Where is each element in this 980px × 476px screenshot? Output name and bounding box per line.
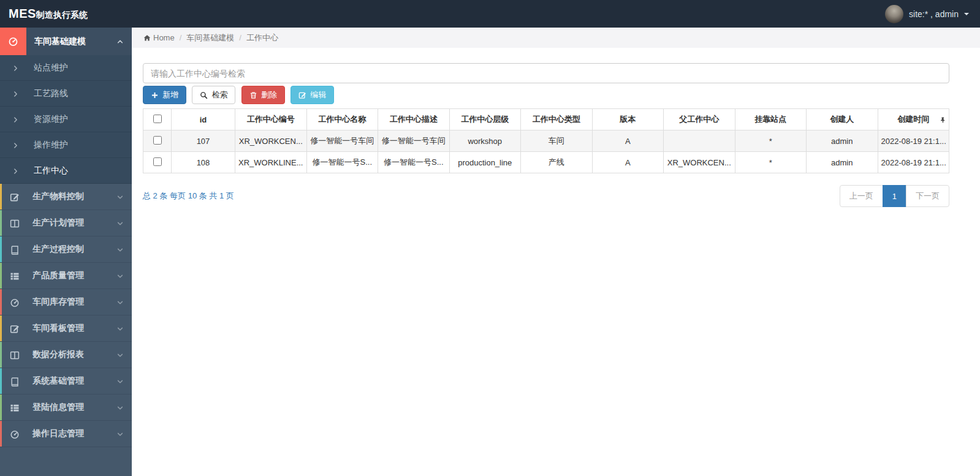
accent-strip bbox=[0, 236, 2, 262]
next-page-button[interactable]: 下一页 bbox=[906, 185, 949, 207]
sidebar-item[interactable]: 登陆信息管理 bbox=[0, 395, 132, 421]
columns-icon bbox=[10, 217, 20, 229]
table-cell: workshop bbox=[449, 130, 521, 152]
pencil-square-icon bbox=[10, 323, 20, 334]
th-list-icon bbox=[10, 402, 20, 413]
top-navbar: MES制造执行系统 site:* , admin bbox=[0, 0, 980, 28]
chevron-down-icon bbox=[116, 349, 124, 360]
search-input[interactable] bbox=[143, 63, 949, 83]
add-button[interactable]: 新增 bbox=[143, 86, 186, 104]
chevron-right-icon bbox=[12, 166, 19, 176]
book-icon bbox=[10, 377, 20, 387]
sidebar-item-label: 数据分析报表 bbox=[32, 349, 84, 360]
table-footer: 总 2 条 每页 10 条 共 1 页 上一页 1 下一页 bbox=[143, 185, 949, 207]
accent-strip bbox=[0, 421, 2, 447]
column-header: 工作中心层级 bbox=[449, 109, 521, 130]
sidebar-subitem-label: 操作维护 bbox=[34, 140, 68, 151]
breadcrumb-home[interactable]: Home bbox=[153, 33, 175, 42]
pager: 上一页 1 下一页 bbox=[840, 185, 949, 207]
table-cell: * bbox=[735, 152, 807, 173]
sidebar-item[interactable]: 生产物料控制 bbox=[0, 184, 132, 210]
app-logo-bold: MES bbox=[9, 7, 36, 20]
sidebar-item[interactable]: 产品质量管理 bbox=[0, 263, 132, 289]
search-icon bbox=[200, 91, 208, 99]
sidebar-subitem[interactable]: 站点维护 bbox=[0, 55, 132, 81]
table-cell: production_line bbox=[449, 152, 521, 173]
content: 新增 检索 删除 编辑 id工作中心编号工作中心 bbox=[132, 48, 980, 207]
chevron-up-icon bbox=[116, 36, 124, 47]
prev-page-button[interactable]: 上一页 bbox=[840, 185, 883, 207]
sidebar-subitem[interactable]: 操作维护 bbox=[0, 132, 132, 158]
column-header: 工作中心编号 bbox=[235, 109, 307, 130]
sidebar-item[interactable]: 生产过程控制 bbox=[0, 236, 132, 263]
table-cell: 产线 bbox=[521, 152, 593, 173]
sidebar-item-label: 生产计划管理 bbox=[32, 217, 84, 229]
accent-strip bbox=[0, 289, 2, 315]
table-row[interactable]: 108XR_WORKLINE...修一智能一号S...修一智能一号S...pro… bbox=[143, 152, 949, 173]
chevron-down-icon bbox=[116, 220, 124, 227]
table-cell: admin bbox=[807, 130, 878, 152]
select-all-checkbox[interactable] bbox=[153, 115, 162, 123]
sidebar-item-parent-active[interactable]: 车间基础建模 bbox=[0, 28, 132, 55]
accent-strip bbox=[0, 210, 2, 236]
sidebar-subitem[interactable]: 工作中心 bbox=[0, 158, 132, 184]
row-checkbox[interactable] bbox=[153, 157, 162, 166]
main-area: Home / 车间基础建模 / 工作中心 新增 检索 删除 编辑 bbox=[132, 28, 980, 476]
row-select-cell bbox=[143, 130, 172, 152]
table-cell: 修一智能一号S... bbox=[378, 152, 450, 173]
edit-icon bbox=[298, 91, 306, 99]
chevron-down-icon bbox=[116, 404, 124, 412]
chevron-down-icon bbox=[116, 273, 124, 280]
sidebar-item[interactable]: 车间库存管理 bbox=[0, 289, 132, 315]
gauge-icon bbox=[10, 297, 20, 308]
user-menu[interactable]: site:* , admin bbox=[885, 5, 980, 23]
breadcrumb-item-module[interactable]: 车间基础建模 bbox=[186, 32, 234, 43]
chevron-down-icon bbox=[116, 299, 124, 306]
search-button[interactable]: 检索 bbox=[192, 86, 235, 104]
table-header-row: id工作中心编号工作中心名称工作中心描述工作中心层级工作中心类型版本父工作中心挂… bbox=[143, 109, 949, 130]
pencil-square-icon bbox=[10, 324, 20, 334]
chevron-down-icon bbox=[116, 431, 124, 438]
sidebar-item[interactable]: 车间看板管理 bbox=[0, 315, 132, 342]
pin-column-icon[interactable] bbox=[940, 115, 946, 124]
column-header: 工作中心描述 bbox=[378, 109, 450, 130]
delete-button[interactable]: 删除 bbox=[241, 86, 285, 104]
th-list-icon bbox=[10, 271, 20, 281]
book-icon bbox=[10, 244, 20, 255]
chevron-down-icon bbox=[116, 378, 124, 385]
table-cell: 车间 bbox=[521, 130, 593, 152]
pencil-square-icon bbox=[10, 191, 20, 202]
sidebar-item[interactable]: 系统基础管理 bbox=[0, 368, 132, 395]
chevron-right-icon bbox=[12, 63, 19, 73]
sidebar-menu: 车间基础建模 站点维护 工艺路线 资源维护 操作维护 工作中心 bbox=[0, 28, 132, 447]
chevron-down-icon bbox=[116, 402, 124, 413]
edit-button[interactable]: 编辑 bbox=[291, 86, 334, 104]
sidebar-subitem-label: 工作中心 bbox=[34, 165, 68, 176]
table-cell: * bbox=[735, 130, 807, 152]
sidebar-item-label: 产品质量管理 bbox=[32, 270, 84, 281]
row-checkbox[interactable] bbox=[153, 136, 162, 145]
table-cell: XR_WORKCEN... bbox=[664, 152, 735, 173]
sidebar-item[interactable]: 生产计划管理 bbox=[0, 210, 132, 236]
chevron-right-icon bbox=[12, 89, 19, 99]
user-label: site:* , admin bbox=[909, 9, 959, 19]
sidebar-subitem-label: 站点维护 bbox=[34, 62, 68, 74]
app-logo[interactable]: MES制造执行系统 bbox=[0, 7, 88, 21]
sidebar-item[interactable]: 操作日志管理 bbox=[0, 421, 132, 447]
table-cell bbox=[664, 130, 735, 152]
table-cell: 修一智能一号S... bbox=[306, 152, 378, 173]
trash-icon bbox=[249, 91, 257, 99]
edit-button-label: 编辑 bbox=[310, 89, 326, 100]
page-1-button[interactable]: 1 bbox=[883, 185, 906, 207]
breadcrumb: Home / 车间基础建模 / 工作中心 bbox=[132, 28, 980, 48]
breadcrumb-item-current: 工作中心 bbox=[246, 32, 278, 43]
table-row[interactable]: 107XR_WORKCEN...修一智能一号车间修一智能一号车间workshop… bbox=[143, 130, 949, 152]
chevron-down-icon bbox=[116, 323, 124, 334]
sidebar-subitem[interactable]: 工艺路线 bbox=[0, 81, 132, 107]
book-icon bbox=[10, 245, 20, 255]
breadcrumb-separator: / bbox=[239, 33, 241, 42]
sidebar-subitem[interactable]: 资源维护 bbox=[0, 107, 132, 132]
sidebar-item[interactable]: 数据分析报表 bbox=[0, 342, 132, 368]
column-header: 创建人 bbox=[807, 109, 878, 130]
table-cell: XR_WORKLINE... bbox=[235, 152, 307, 173]
